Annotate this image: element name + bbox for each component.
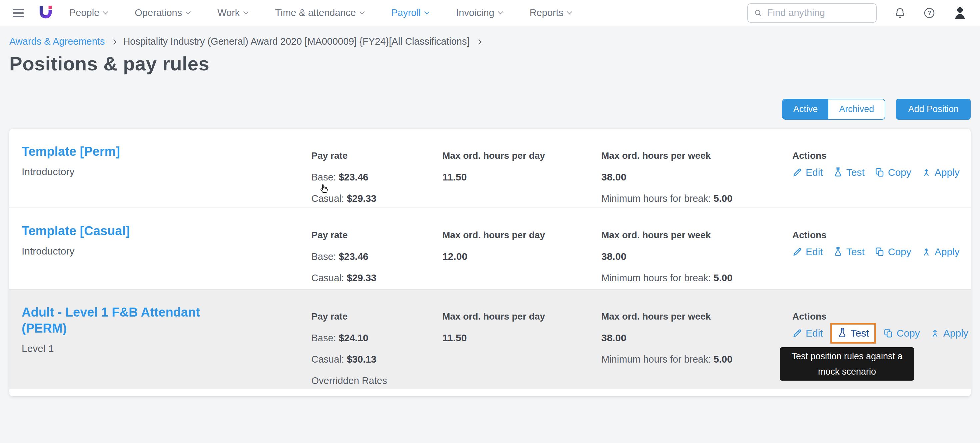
edit-action[interactable]: Edit [792, 167, 823, 178]
max-day-cell: Max ord. hours per day 11.50 [442, 150, 601, 183]
position-classification: Introductory [22, 166, 311, 177]
edit-action[interactable]: Edit [792, 328, 823, 339]
chevron-down-icon [360, 10, 365, 15]
max-week-value: 38.00 [601, 250, 792, 263]
pencil-icon [792, 167, 802, 177]
bell-icon [894, 7, 906, 19]
top-nav-bar: People Operations Work Time & attendance… [0, 0, 980, 26]
copy-icon [875, 247, 885, 257]
min-break-value: 5.00 [714, 354, 732, 365]
nav-item-payroll[interactable]: Payroll [391, 7, 429, 18]
active-archived-toggle: Active Archived [782, 99, 886, 120]
max-week-cell: Max ord. hours per week 38.00 Minimum ho… [601, 229, 792, 284]
actions-cell: Actions Edit Test Copy [792, 229, 970, 258]
breadcrumb: Awards & Agreements Hospitality Industry… [10, 36, 970, 47]
chevron-right-icon [111, 39, 117, 45]
help-button[interactable]: ? [923, 7, 935, 19]
nav-item-reports[interactable]: Reports [530, 7, 572, 18]
position-classification: Introductory [22, 245, 311, 257]
nav-item-work[interactable]: Work [217, 7, 248, 18]
apply-person-icon [921, 247, 931, 257]
mouse-cursor [318, 183, 330, 196]
flask-icon [833, 247, 843, 257]
toggle-active[interactable]: Active [783, 99, 829, 119]
max-week-cell: Max ord. hours per week 38.00 Minimum ho… [601, 150, 792, 205]
copy-action[interactable]: Copy [875, 167, 912, 178]
max-week-value: 38.00 [601, 171, 792, 183]
search-input[interactable] [767, 7, 870, 18]
copy-icon [883, 328, 893, 338]
max-day-value: 11.50 [442, 331, 601, 344]
overridden-rates-label: Overridden Rates [311, 375, 387, 386]
main-nav: People Operations Work Time & attendance… [69, 7, 571, 18]
position-name-link[interactable]: Template [Perm] [22, 143, 242, 159]
pencil-icon [792, 247, 802, 257]
apply-action[interactable]: Apply [930, 328, 968, 339]
base-rate-value: $23.46 [339, 172, 368, 182]
edit-action[interactable]: Edit [792, 246, 823, 258]
test-action[interactable]: Test [833, 167, 865, 178]
user-avatar[interactable] [953, 6, 967, 20]
toggle-archived[interactable]: Archived [828, 99, 885, 119]
apply-person-icon [930, 328, 940, 338]
apply-action[interactable]: Apply [921, 246, 960, 258]
test-tooltip: Test position rules against a mock scena… [780, 347, 914, 381]
actions-cell: Actions Edit Test Copy [792, 150, 970, 178]
copy-action[interactable]: Copy [875, 246, 912, 258]
breadcrumb-awards-link[interactable]: Awards & Agreements [10, 36, 105, 47]
pay-rate-cell: Pay rate Base: $23.46 Casual: $29.33 [311, 229, 442, 284]
copy-icon [875, 167, 885, 177]
hamburger-menu-icon[interactable] [13, 9, 24, 17]
casual-rate-value: $29.33 [347, 272, 376, 283]
min-break-value: 5.00 [714, 272, 732, 283]
base-rate-value: $23.46 [339, 251, 368, 262]
add-position-button[interactable]: Add Position [896, 99, 970, 120]
max-day-cell: Max ord. hours per day 11.50 [442, 310, 601, 344]
help-icon: ? [923, 7, 935, 19]
list-controls: Active Archived Add Position [10, 99, 970, 120]
max-day-value: 11.50 [442, 171, 601, 183]
chevron-down-icon [103, 10, 108, 15]
table-row: Template [Casual] Introductory Pay rate … [10, 207, 970, 289]
flask-icon [833, 167, 843, 177]
search-icon [754, 8, 762, 18]
chevron-right-icon [476, 39, 481, 45]
page-title: Positions & pay rules [10, 53, 970, 75]
nav-item-operations[interactable]: Operations [135, 7, 190, 18]
pay-rate-cell: Pay rate Base: $24.10 Casual: $30.13 Ove… [311, 310, 442, 387]
copy-action[interactable]: Copy [883, 328, 920, 339]
casual-rate-value: $29.33 [347, 193, 376, 204]
max-day-value: 12.00 [442, 250, 601, 263]
nav-item-time-attendance[interactable]: Time & attendance [275, 7, 364, 18]
apply-action[interactable]: Apply [921, 167, 960, 178]
pencil-icon [792, 328, 802, 338]
actions-cell: Actions Edit Test Copy [792, 310, 970, 339]
nav-item-people[interactable]: People [69, 7, 107, 18]
max-week-cell: Max ord. hours per week 38.00 Minimum ho… [601, 310, 792, 366]
notifications-button[interactable] [894, 7, 906, 19]
base-rate-value: $24.10 [339, 333, 368, 343]
test-action-hovered[interactable]: Test [837, 328, 869, 339]
max-week-value: 38.00 [601, 331, 792, 344]
chevron-down-icon [424, 10, 430, 15]
table-row: Template [Perm] Introductory Pay rate Ba… [10, 129, 970, 207]
apply-person-icon [921, 167, 931, 177]
app-logo[interactable] [39, 5, 52, 21]
min-break-value: 5.00 [714, 193, 732, 204]
chevron-down-icon [498, 10, 503, 15]
position-name-cell: Adult - Level 1 F&B Attendant (PERM) Lev… [22, 304, 311, 354]
chevron-down-icon [243, 10, 249, 15]
position-name-link[interactable]: Adult - Level 1 F&B Attendant (PERM) [22, 304, 242, 336]
global-search[interactable] [747, 3, 877, 23]
max-day-cell: Max ord. hours per day 12.00 [442, 229, 601, 263]
nav-item-invoicing[interactable]: Invoicing [456, 7, 502, 18]
svg-text:?: ? [928, 10, 931, 16]
casual-rate-value: $30.13 [347, 354, 376, 365]
test-highlight-box: Test [830, 323, 876, 344]
position-name-link[interactable]: Template [Casual] [22, 223, 242, 239]
positions-table: Template [Perm] Introductory Pay rate Ba… [10, 129, 970, 396]
position-classification: Level 1 [22, 343, 311, 354]
card-bottom-strip [10, 389, 970, 396]
test-action[interactable]: Test [833, 246, 865, 258]
pay-rate-header: Pay rate [311, 150, 442, 162]
